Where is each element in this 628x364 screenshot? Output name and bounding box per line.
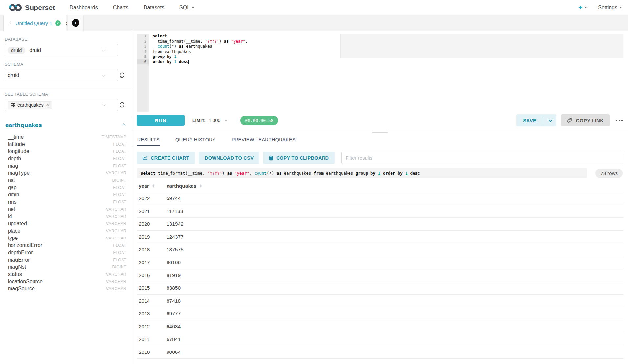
table-row: 201487418 bbox=[137, 295, 623, 307]
table-row: 2021117133 bbox=[137, 205, 623, 218]
table-column-row[interactable]: horizontalErrorFLOAT bbox=[5, 242, 127, 249]
table-column-row[interactable]: magTypeVARCHAR bbox=[5, 170, 127, 177]
table-row: 202259744 bbox=[137, 192, 623, 205]
cell-year: 2011 bbox=[137, 336, 165, 342]
column-type: VARCHAR bbox=[106, 221, 126, 226]
new-item-button[interactable]: + bbox=[578, 4, 587, 11]
save-button[interactable]: SAVE bbox=[516, 114, 543, 126]
table-column-row[interactable]: longitudeFLOAT bbox=[5, 148, 127, 155]
save-options-button[interactable] bbox=[543, 114, 556, 126]
nav-item-charts[interactable]: Charts bbox=[113, 5, 128, 11]
column-name: nst bbox=[8, 177, 15, 183]
pane-resize-handle[interactable] bbox=[372, 131, 388, 134]
table-column-row[interactable]: dminFLOAT bbox=[5, 191, 127, 198]
table-column-row[interactable]: magSourceVARCHAR bbox=[5, 285, 127, 292]
cell-year: 2018 bbox=[137, 247, 165, 253]
copy-link-button[interactable]: COPY LINK bbox=[561, 114, 609, 126]
cell-year: 2012 bbox=[137, 324, 165, 330]
table-column-row[interactable]: placeVARCHAR bbox=[5, 227, 127, 235]
cell-earthquakes: 90064 bbox=[165, 349, 181, 355]
table-icon bbox=[11, 103, 15, 107]
nav-item-datasets[interactable]: Datasets bbox=[144, 5, 164, 11]
column-name: rms bbox=[8, 199, 17, 205]
copy-clipboard-button[interactable]: COPY TO CLIPBOARD bbox=[263, 152, 335, 164]
column-name: place bbox=[8, 228, 20, 234]
table-row: 201786166 bbox=[137, 256, 623, 269]
nav-item-sql[interactable]: SQL bbox=[179, 5, 194, 11]
table-column-row[interactable]: updatedVARCHAR bbox=[5, 220, 127, 227]
tab-preview-earthquakes[interactable]: PREVIEW: `EARTHQUAKES` bbox=[231, 134, 298, 146]
table-column-row[interactable]: magNstBIGINT bbox=[5, 263, 127, 271]
plus-icon: + bbox=[578, 4, 582, 11]
column-name: magError bbox=[8, 257, 30, 263]
column-name: id bbox=[8, 214, 12, 219]
caret-down-icon bbox=[225, 120, 227, 121]
column-header-earthquakes[interactable]: earthquakes ▲▼ bbox=[165, 183, 202, 189]
table-column-row[interactable]: __timeTIMESTAMP bbox=[5, 133, 127, 141]
column-type: FLOAT bbox=[113, 164, 126, 168]
tab-query-history[interactable]: QUERY HISTORY bbox=[175, 134, 216, 146]
sql-code-editor[interactable]: 123456 select time_format(__time, 'YYYY'… bbox=[137, 34, 623, 112]
table-column-row[interactable]: statusVARCHAR bbox=[5, 271, 127, 278]
cell-earthquakes: 87418 bbox=[165, 298, 181, 304]
column-type: BIGINT bbox=[112, 178, 126, 183]
table-column-row[interactable]: typeVARCHAR bbox=[5, 235, 127, 242]
table-column-row[interactable]: idVARCHAR bbox=[5, 213, 127, 220]
column-type: VARCHAR bbox=[106, 229, 126, 233]
caret-down-icon bbox=[584, 7, 587, 8]
table-schema-heading[interactable]: earthquakes bbox=[5, 122, 42, 129]
table-row: 2019124377 bbox=[137, 231, 623, 243]
remove-table-icon[interactable]: ✕ bbox=[46, 103, 49, 107]
more-options-button[interactable] bbox=[616, 118, 624, 123]
table-column-row[interactable]: netVARCHAR bbox=[5, 206, 127, 213]
table-row: 201167841 bbox=[137, 333, 623, 346]
main-nav: Dashboards Charts Datasets SQL bbox=[69, 5, 194, 11]
column-type: FLOAT bbox=[113, 258, 126, 262]
settings-menu[interactable]: Settings bbox=[598, 5, 622, 11]
results-tab-bar: RESULTS QUERY HISTORY PREVIEW: `EARTHQUA… bbox=[132, 134, 628, 146]
refresh-schemas-button[interactable] bbox=[119, 72, 125, 80]
table-column-row[interactable]: nstBIGINT bbox=[5, 177, 127, 184]
add-tab-segment: + bbox=[67, 15, 84, 31]
table-column-row[interactable]: depthFLOAT bbox=[5, 155, 127, 162]
limit-dropdown[interactable]: LIMIT: 1 000 bbox=[192, 118, 227, 123]
table-column-row[interactable]: magErrorFLOAT bbox=[5, 256, 127, 263]
column-header-year[interactable]: year ▲▼ bbox=[137, 183, 165, 189]
schema-select-value: druid bbox=[8, 72, 19, 78]
nav-item-dashboards[interactable]: Dashboards bbox=[69, 5, 98, 11]
schema-select[interactable]: druid bbox=[5, 69, 118, 81]
code-line: count(*) as earthquakes bbox=[153, 44, 623, 49]
column-name: locationSource bbox=[8, 279, 43, 284]
results-table-header: year ▲▼ earthquakes ▲▼ bbox=[137, 180, 623, 192]
create-chart-button[interactable]: CREATE CHART bbox=[137, 152, 195, 164]
table-column-row[interactable]: rmsFLOAT bbox=[5, 198, 127, 206]
run-query-button[interactable]: RUN bbox=[137, 115, 185, 126]
tab-results[interactable]: RESULTS bbox=[137, 134, 160, 146]
table-column-row[interactable]: latitudeFLOAT bbox=[5, 141, 127, 148]
sort-icon[interactable]: ▲▼ bbox=[199, 184, 202, 188]
column-name: horizontalError bbox=[8, 242, 42, 248]
sort-icon[interactable]: ▲▼ bbox=[152, 184, 155, 188]
filter-results-input[interactable] bbox=[341, 152, 623, 164]
refresh-tables-button[interactable] bbox=[119, 102, 125, 109]
download-csv-button[interactable]: DOWNLOAD TO CSV bbox=[199, 152, 259, 164]
database-label: DATABASE bbox=[5, 37, 127, 42]
code-line: group by 1 bbox=[153, 54, 623, 59]
superset-logo-icon bbox=[9, 4, 22, 11]
database-select[interactable]: druid druid bbox=[5, 44, 118, 56]
superset-logo[interactable]: Superset bbox=[9, 4, 55, 11]
query-tab-active[interactable]: ⋮ Untitled Query 1 ✓ ✕ bbox=[3, 15, 66, 31]
drag-handle-icon[interactable]: ⋮ bbox=[8, 21, 12, 26]
add-tab-button[interactable]: + bbox=[72, 19, 79, 27]
table-column-row[interactable]: locationSourceVARCHAR bbox=[5, 278, 127, 285]
cell-earthquakes: 69777 bbox=[165, 311, 181, 317]
chevron-down-icon bbox=[549, 118, 553, 122]
editor-code[interactable]: select time_format(__time, 'YYYY') as "y… bbox=[149, 34, 623, 112]
cell-earthquakes: 81919 bbox=[165, 272, 181, 278]
column-name: type bbox=[8, 235, 18, 241]
table-column-row[interactable]: gapFLOAT bbox=[5, 184, 127, 191]
collapse-table-icon[interactable] bbox=[122, 123, 126, 127]
table-select[interactable]: earthquakes ✕ bbox=[5, 99, 118, 111]
table-column-row[interactable]: depthErrorFLOAT bbox=[5, 249, 127, 256]
table-column-row[interactable]: magFLOAT bbox=[5, 162, 127, 170]
